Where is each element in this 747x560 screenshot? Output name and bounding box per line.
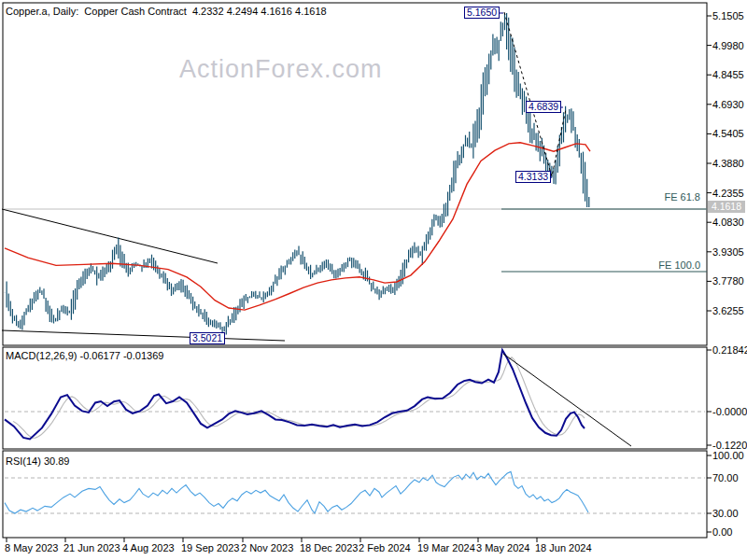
projection-zigzag	[504, 12, 566, 176]
price-trendline	[2, 209, 218, 263]
date-axis-label: 4 Aug 2023	[122, 542, 175, 553]
fe-level-label: FE 61.8	[626, 191, 700, 203]
price-axis-label: 4.8455	[712, 70, 744, 80]
price-axis-label: 4.3880	[712, 159, 744, 169]
rsi-axis-label: 0.00	[712, 527, 732, 538]
macd-main-line	[5, 350, 585, 439]
chart-title: Copper.a, Daily: Copper Cash Contract 4.…	[6, 6, 327, 17]
macd-axis-label: 0.21842	[712, 345, 747, 356]
price-axis-label: 3.6255	[712, 306, 744, 316]
price-axis-label: 4.2355	[712, 189, 744, 199]
price-trendline	[2, 330, 285, 341]
date-axis-label: 3 May 2024	[476, 542, 529, 553]
date-axis-label: 8 May 2023	[5, 542, 58, 553]
chart-canvas[interactable]	[0, 0, 747, 560]
macd-trendline	[503, 354, 631, 446]
price-annotation: 5.1650	[464, 7, 500, 19]
fe-level-label: FE 100.0	[626, 259, 700, 271]
chart-window: ActionForex.com Copper.a, Daily: Copper …	[0, 0, 747, 560]
price-annotation: 3.5021	[190, 332, 225, 344]
date-axis-label: 21 Jun 2023	[63, 542, 120, 553]
price-axis-label: 3.7780	[712, 276, 744, 287]
current-price-tag: 4.1618	[708, 201, 745, 213]
date-axis-label: 19 Mar 2024	[417, 542, 475, 553]
price-annotation: 4.3133	[515, 171, 551, 183]
rsi-panel	[3, 451, 707, 538]
date-axis-label: 19 Sep 2023	[181, 542, 239, 553]
price-axis-label: 4.9980	[712, 41, 744, 51]
price-axis-label: 4.0830	[712, 217, 744, 228]
price-axis-label: 3.9305	[712, 247, 744, 258]
watermark: ActionForex.com	[179, 63, 383, 75]
rsi-axis-label: 100.00	[712, 451, 744, 461]
rsi-axis-label: 30.00	[712, 509, 739, 519]
date-axis-label: 2 Nov 2023	[241, 542, 293, 553]
date-axis-label: 18 Dec 2023	[300, 542, 358, 553]
moving-average-line	[5, 143, 590, 310]
date-axis-label: 2 Feb 2024	[359, 542, 411, 553]
price-axis-label: 5.1505	[712, 11, 744, 21]
rsi-indicator-label: RSI(14) 30.89	[6, 455, 69, 467]
macd-axis-label: -0.00000	[712, 407, 747, 417]
date-axis-label: 18 Jun 2024	[535, 542, 592, 553]
macd-panel	[3, 347, 707, 449]
macd-indicator-label: MACD(12,26,9) -0.06177 -0.01369	[6, 350, 163, 361]
price-axis-label: 4.6930	[712, 100, 744, 110]
price-axis-label: 4.5405	[712, 129, 744, 139]
price-annotation: 4.6839	[526, 101, 561, 113]
rsi-axis-label: 70.00	[712, 473, 739, 483]
